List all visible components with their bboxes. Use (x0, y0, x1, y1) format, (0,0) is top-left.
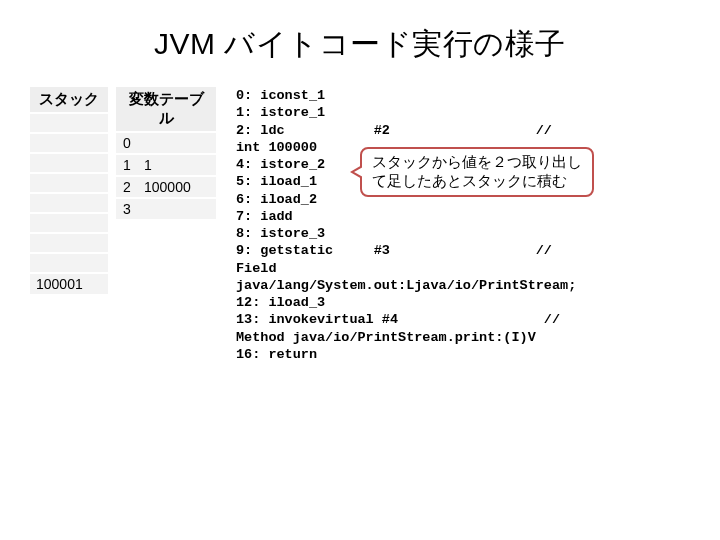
vars-header: 変数テーブル (116, 87, 216, 132)
vars-idx: 3 (116, 198, 138, 220)
vars-idx: 2 (116, 176, 138, 198)
vars-idx: 0 (116, 132, 138, 154)
stack-cell (30, 173, 108, 193)
stack-cell (30, 233, 108, 253)
vars-idx: 1 (116, 154, 138, 176)
callout-line1: スタックから値を２つ取り出し (372, 154, 582, 170)
content-row: スタック 100001 変数テーブル 0 11 (30, 87, 690, 363)
slide-title: JVM バイトコード実行の様子 (30, 24, 690, 65)
stack-header: スタック (30, 87, 108, 113)
stack-cell (30, 253, 108, 273)
vars-val (138, 132, 216, 154)
vars-val: 100000 (138, 176, 216, 198)
vars-table: 変数テーブル 0 11 2100000 3 (116, 87, 216, 221)
stack-cell (30, 153, 108, 173)
callout-bubble: スタックから値を２つ取り出し て足したあとスタックに積む (360, 147, 594, 197)
vars-val: 1 (138, 154, 216, 176)
stack-cell (30, 113, 108, 133)
stack-cell (30, 133, 108, 153)
stack-table: スタック 100001 (30, 87, 108, 296)
vars-val (138, 198, 216, 220)
stack-cell (30, 213, 108, 233)
bytecode-listing: 0: iconst_1 1: istore_1 2: ldc #2 // int… (236, 87, 690, 363)
callout-line2: て足したあとスタックに積む (372, 173, 567, 189)
code-area: 0: iconst_1 1: istore_1 2: ldc #2 // int… (236, 87, 690, 363)
stack-cell: 100001 (30, 273, 108, 295)
tables-area: スタック 100001 変数テーブル 0 11 (30, 87, 216, 296)
stack-cell (30, 193, 108, 213)
